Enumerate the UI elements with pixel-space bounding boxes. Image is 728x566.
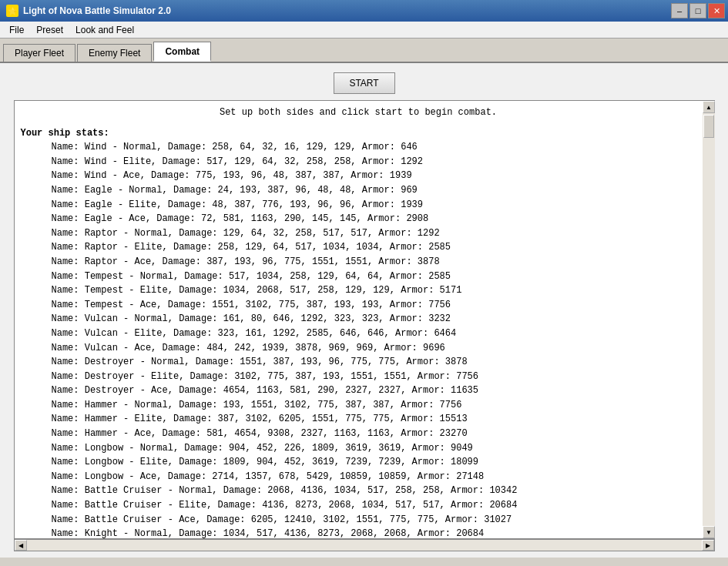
- list-item: Name: Destroyer - Elite, Damage: 3102, 7…: [21, 370, 696, 384]
- scroll-down-arrow[interactable]: ▼: [703, 526, 715, 538]
- tab-combat[interactable]: Combat: [153, 42, 211, 62]
- scroll-right-arrow[interactable]: ▶: [702, 540, 714, 551]
- scroll-up-arrow[interactable]: ▲: [703, 101, 715, 113]
- title-bar: ⭐ Light of Nova Battle Simulator 2.0 – □…: [0, 0, 728, 22]
- scroll-track[interactable]: [703, 113, 715, 526]
- list-item: Name: Raptor - Elite, Damage: 258, 129, …: [21, 240, 696, 255]
- window-title: Light of Nova Battle Simulator 2.0: [23, 5, 171, 16]
- tab-player-fleet[interactable]: Player Fleet: [3, 44, 75, 62]
- list-item: Name: Hammer - Normal, Damage: 193, 1551…: [21, 398, 696, 413]
- list-item: Name: Longbow - Ace, Damage: 2714, 1357,…: [21, 470, 696, 484]
- text-panel: Set up both sides and click start to beg…: [14, 100, 715, 539]
- list-item: Name: Eagle - Elite, Damage: 48, 387, 77…: [21, 198, 696, 213]
- minimize-button[interactable]: –: [671, 3, 688, 18]
- list-item: Name: Knight - Normal, Damage: 1034, 517…: [21, 527, 696, 538]
- list-item: Name: Longbow - Elite, Damage: 1809, 904…: [21, 455, 696, 470]
- vertical-scrollbar[interactable]: ▲ ▼: [703, 101, 715, 538]
- main-content: START Set up both sides and click start …: [0, 63, 728, 558]
- start-button[interactable]: START: [334, 72, 395, 94]
- horizontal-scroll-track: [27, 540, 702, 551]
- menu-preset[interactable]: Preset: [30, 23, 69, 37]
- list-item: Name: Raptor - Normal, Damage: 129, 64, …: [21, 226, 696, 241]
- list-item: Name: Destroyer - Normal, Damage: 1551, …: [21, 355, 696, 370]
- list-item: Name: Battle Cruiser - Elite, Damage: 41…: [21, 498, 696, 513]
- tab-bar: Player Fleet Enemy Fleet Combat: [0, 39, 728, 63]
- list-item: Name: Hammer - Elite, Damage: 387, 3102,…: [21, 412, 696, 427]
- menu-look-feel[interactable]: Look and Feel: [69, 23, 140, 37]
- list-item: Name: Tempest - Elite, Damage: 1034, 206…: [21, 283, 696, 298]
- list-item: Name: Hammer - Ace, Damage: 581, 4654, 9…: [21, 427, 696, 441]
- list-item: Name: Eagle - Normal, Damage: 24, 193, 3…: [21, 183, 696, 198]
- menu-bar: File Preset Look and Feel: [0, 22, 728, 39]
- list-item: Name: Wind - Normal, Damage: 258, 64, 32…: [21, 140, 696, 155]
- list-item: Name: Battle Cruiser - Ace, Damage: 6205…: [21, 513, 696, 527]
- maximize-button[interactable]: □: [689, 3, 706, 18]
- list-item: Name: Vulcan - Normal, Damage: 161, 80, …: [21, 312, 696, 327]
- list-item: Name: Raptor - Ace, Damage: 387, 193, 96…: [21, 255, 696, 270]
- scroll-left-arrow[interactable]: ◀: [15, 540, 27, 551]
- combat-log[interactable]: Set up both sides and click start to beg…: [15, 101, 703, 538]
- list-item: Name: Battle Cruiser - Normal, Damage: 2…: [21, 484, 696, 498]
- tab-enemy-fleet[interactable]: Enemy Fleet: [77, 44, 152, 62]
- list-item: Name: Wind - Ace, Damage: 775, 193, 96, …: [21, 169, 696, 183]
- list-item: Name: Destroyer - Ace, Damage: 4654, 116…: [21, 383, 696, 398]
- menu-file[interactable]: File: [3, 23, 30, 37]
- list-item: Name: Tempest - Normal, Damage: 517, 103…: [21, 270, 696, 284]
- list-item: Name: Eagle - Ace, Damage: 72, 581, 1163…: [21, 212, 696, 226]
- list-item: Name: Wind - Elite, Damage: 517, 129, 64…: [21, 155, 696, 169]
- horizontal-scrollbar[interactable]: ◀ ▶: [14, 539, 715, 551]
- close-button[interactable]: ✕: [708, 3, 725, 18]
- list-item: Name: Vulcan - Ace, Damage: 484, 242, 19…: [21, 341, 696, 356]
- list-item: Name: Longbow - Normal, Damage: 904, 452…: [21, 441, 696, 456]
- scroll-thumb[interactable]: [703, 115, 714, 138]
- window-controls: – □ ✕: [671, 3, 725, 18]
- list-item: Name: Vulcan - Elite, Damage: 323, 161, …: [21, 327, 696, 341]
- app-icon: ⭐: [6, 5, 18, 17]
- list-item: Name: Tempest - Ace, Damage: 1551, 3102,…: [21, 298, 696, 313]
